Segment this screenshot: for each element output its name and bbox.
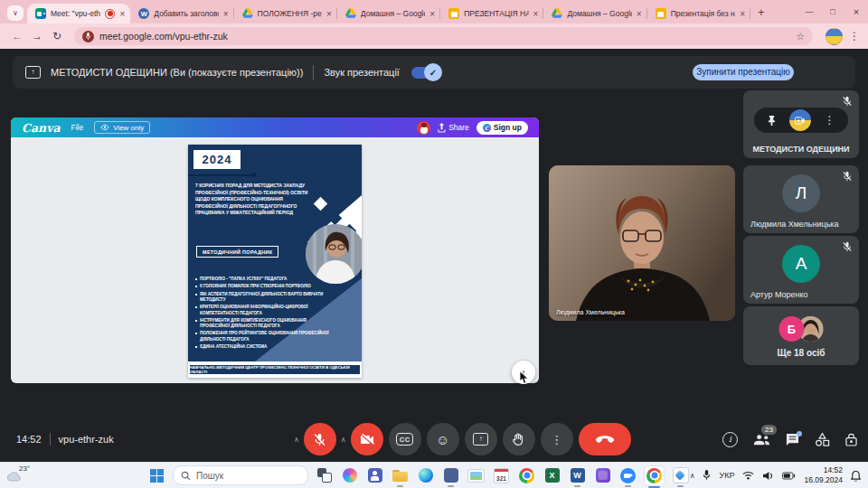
bookmark-star-icon[interactable]: ☆ <box>796 31 805 42</box>
copilot-button[interactable] <box>340 466 359 485</box>
tab-close-icon[interactable]: × <box>119 9 125 19</box>
start-button[interactable] <box>147 466 166 485</box>
raise-hand-button[interactable] <box>503 423 535 455</box>
participant-tile[interactable]: А Артур Моренко <box>743 236 859 304</box>
stop-presentation-button[interactable]: Зупинити презентацію <box>693 64 794 80</box>
tab-label: Презентація без на <box>671 9 735 18</box>
reactions-button[interactable]: ☺ <box>427 423 459 455</box>
tray-mic-icon[interactable] <box>703 470 711 481</box>
canva-signup-button[interactable]: C Sign up <box>476 121 528 135</box>
volume-icon[interactable] <box>762 471 774 481</box>
slide-bottom-strip: НАВЧАЛЬНО-МЕТОДИЧНИЙ ЦЕНТР ПРОФЕСІЙНО-ТЕ… <box>188 361 362 378</box>
url-text: meet.google.com/vpu-ethr-zuk <box>99 31 228 42</box>
tab-drive-2[interactable]: Домашня – Google × <box>337 4 440 23</box>
photos-button[interactable] <box>671 466 690 485</box>
tab-close-icon[interactable]: × <box>429 9 435 19</box>
tab-close-icon[interactable]: × <box>533 9 539 19</box>
task-view-button[interactable] <box>315 466 334 485</box>
window-minimize-button[interactable]: — <box>797 0 821 23</box>
profile-avatar[interactable] <box>826 28 843 45</box>
camera-off-button[interactable] <box>351 423 383 455</box>
new-tab-button[interactable]: + <box>758 5 765 19</box>
chrome-active-button[interactable] <box>644 465 665 486</box>
phone-down-icon <box>596 436 614 444</box>
chat-notification-dot <box>797 431 802 436</box>
zoom-button[interactable] <box>618 466 637 485</box>
self-avatar[interactable] <box>789 109 811 131</box>
people-button[interactable]: 23 <box>753 434 770 446</box>
canva-share-button[interactable]: Share <box>438 123 469 133</box>
tab-drive-3[interactable]: Домашня – Google × <box>543 4 646 23</box>
movie-maker-button[interactable]: 321 <box>492 466 511 485</box>
participant-avatar: Б <box>779 316 805 342</box>
battery-icon[interactable] <box>782 472 796 480</box>
tab-slides-1[interactable]: ПРЕЗЕНТАЦІЯ НАГО × <box>440 4 543 23</box>
browser-menu-icon[interactable]: ⋮ <box>848 30 861 42</box>
tab-drive-1[interactable]: ПОЛОЖЕННЯ -рейт × <box>234 4 337 23</box>
mouse-cursor <box>519 371 529 385</box>
chrome-button[interactable] <box>517 466 536 485</box>
mic-options-chevron-icon[interactable]: ∧ <box>294 436 299 444</box>
presentation-audio-toggle[interactable]: ✓ <box>411 67 440 79</box>
widgets-photo-button[interactable] <box>467 466 486 485</box>
mic-muted-icon <box>842 241 853 252</box>
purple-app-button[interactable] <box>593 466 612 485</box>
main-video-tile[interactable]: Людмила Хмельницька <box>549 165 735 321</box>
view-only-button[interactable]: View only <box>94 121 150 134</box>
notifications-bell-icon[interactable] <box>851 470 861 482</box>
mic-muted-icon <box>842 171 853 182</box>
info-button[interactable]: i <box>722 432 738 447</box>
activities-button[interactable] <box>815 432 830 447</box>
window-close-button[interactable]: × <box>844 0 868 23</box>
tab-close-icon[interactable]: × <box>637 9 642 19</box>
meeting-code: vpu-ethr-zuk <box>59 434 114 445</box>
slide-bullet: ПОЛОЖЕННЯ ПРО РЕЙТИНГОВЕ ОЦІНЮВАННЯ ПРОФ… <box>195 331 333 342</box>
tab-close-icon[interactable]: × <box>740 9 745 19</box>
file-explorer-button[interactable] <box>391 466 410 485</box>
forward-button[interactable]: → <box>27 30 47 42</box>
tab-meet[interactable]: Meet: "vpu-ethr- × <box>27 4 130 23</box>
share-icon <box>438 123 446 133</box>
canva-shared-window: Canva File View only Share C Sign up 202… <box>11 117 539 383</box>
back-button[interactable]: ← <box>7 30 27 42</box>
participant-tile[interactable]: Л Людмила Хмельницька <box>743 165 859 233</box>
meeting-info: 14:52 vpu-ethr-zuk <box>16 433 114 446</box>
participant-tile-self[interactable]: ⋮ МЕТОДИСТИ ОДЕЩИНИ <box>743 90 859 158</box>
tile-more-icon[interactable]: ⋮ <box>825 114 835 127</box>
canva-user-avatar[interactable] <box>417 121 430 135</box>
present-button[interactable]: ↑ <box>465 423 497 455</box>
edge-button[interactable] <box>416 466 435 485</box>
tray-expand-chevron-icon[interactable]: ∧ <box>690 472 695 480</box>
more-options-button[interactable]: ⋮ <box>541 423 573 455</box>
tab-list-chevron-icon[interactable]: ∨ <box>7 5 24 21</box>
teams-button[interactable] <box>365 466 384 485</box>
tab-slides-2[interactable]: Презентація без на × <box>647 4 750 23</box>
pin-icon[interactable] <box>768 115 776 127</box>
presentation-audio-label: Звук презентації <box>324 67 400 78</box>
mic-muted-button[interactable] <box>304 423 336 455</box>
word-button[interactable]: W <box>568 466 587 485</box>
excel-button[interactable]: X <box>542 466 561 485</box>
participant-tile-overflow[interactable]: Б Ще 18 осіб <box>743 306 859 365</box>
window-maximize-button[interactable]: □ <box>821 0 844 23</box>
taskbar-search[interactable]: Пошук <box>173 465 308 485</box>
tab-close-icon[interactable]: × <box>326 9 332 19</box>
canva-logo: Canva <box>22 121 61 135</box>
host-controls-button[interactable] <box>845 433 857 446</box>
taskbar-app-button[interactable] <box>441 466 460 485</box>
tab-wordpress[interactable]: W Добавить заголово × <box>130 4 233 23</box>
canva-header: Canva File View only Share C Sign up <box>11 117 539 137</box>
taskbar-clock[interactable]: 14:52 16.09.2024 <box>804 465 843 484</box>
slide-diamond <box>314 197 328 211</box>
address-bar[interactable]: meet.google.com/vpu-ethr-zuk ☆ <box>74 27 813 45</box>
weather-widget[interactable]: 23° <box>7 465 38 486</box>
tab-close-icon[interactable]: × <box>223 9 229 19</box>
chat-button[interactable] <box>786 433 799 446</box>
language-indicator[interactable]: УКР <box>719 471 734 480</box>
end-call-button[interactable] <box>579 423 631 455</box>
reload-button[interactable]: ↻ <box>47 30 67 42</box>
camera-options-chevron-icon[interactable]: ∧ <box>341 436 346 444</box>
captions-button[interactable]: CC <box>389 423 421 455</box>
canva-file-menu[interactable]: File <box>71 123 84 132</box>
wifi-icon[interactable] <box>742 471 754 480</box>
